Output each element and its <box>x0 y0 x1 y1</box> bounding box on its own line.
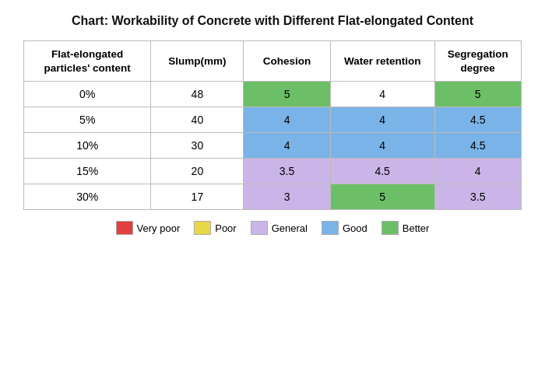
cell-slump: 30 <box>151 133 244 159</box>
cell-cohesion: 5 <box>244 82 330 107</box>
cell-cohesion: 3 <box>244 184 330 210</box>
cell-water: 4 <box>330 107 434 133</box>
chart-title: Chart: Workability of Concrete with Diff… <box>72 14 473 28</box>
cell-cohesion: 3.5 <box>244 159 330 184</box>
header-segregation: Segregation degree <box>434 41 521 82</box>
header-slump: Slump(mm) <box>151 41 244 82</box>
cell-flat-elongated: 5% <box>24 107 151 133</box>
cell-flat-elongated: 30% <box>24 184 151 210</box>
cell-flat-elongated: 10% <box>24 133 151 159</box>
cell-segregation: 4.5 <box>434 133 521 159</box>
cell-segregation: 4 <box>434 159 521 184</box>
legend-swatch-better <box>382 221 399 235</box>
legend-swatch-general <box>251 221 268 235</box>
table-row: 10%30444.5 <box>24 133 522 159</box>
cell-flat-elongated: 15% <box>24 159 151 184</box>
table-row: 30%17353.5 <box>24 184 522 210</box>
legend-label: Very poor <box>137 222 181 234</box>
cell-slump: 40 <box>151 107 244 133</box>
cell-water: 5 <box>330 184 434 210</box>
table-row: 5%40444.5 <box>24 107 522 133</box>
cell-segregation: 4.5 <box>434 107 521 133</box>
legend-label: Poor <box>215 222 236 234</box>
legend-swatch-very-poor <box>116 221 133 235</box>
data-table: Flat-elongated particles' content Slump(… <box>23 40 522 210</box>
cell-segregation: 3.5 <box>434 184 521 210</box>
header-flat-elongated: Flat-elongated particles' content <box>24 41 151 82</box>
legend-item: Poor <box>194 221 236 235</box>
cell-slump: 17 <box>151 184 244 210</box>
cell-flat-elongated: 0% <box>24 82 151 107</box>
cell-segregation: 5 <box>434 82 521 107</box>
legend-label: Good <box>343 222 367 234</box>
legend-swatch-poor <box>194 221 211 235</box>
legend-label: General <box>272 222 308 234</box>
cell-cohesion: 4 <box>244 133 330 159</box>
legend-item: Better <box>382 221 430 235</box>
cell-slump: 20 <box>151 159 244 184</box>
table-row: 15%203.54.54 <box>24 159 522 184</box>
cell-water: 4 <box>330 133 434 159</box>
cell-slump: 48 <box>151 82 244 107</box>
legend-item: General <box>251 221 308 235</box>
header-water-retention: Water retention <box>330 41 434 82</box>
legend-item: Very poor <box>116 221 181 235</box>
cell-water: 4.5 <box>330 159 434 184</box>
cell-cohesion: 4 <box>244 107 330 133</box>
cell-water: 4 <box>330 82 434 107</box>
table-row: 0%48545 <box>24 82 522 107</box>
header-cohesion: Cohesion <box>244 41 330 82</box>
legend-label: Better <box>403 222 430 234</box>
legend-item: Good <box>322 221 367 235</box>
legend-swatch-good <box>322 221 339 235</box>
legend: Very poorPoorGeneralGoodBetter <box>116 221 430 235</box>
